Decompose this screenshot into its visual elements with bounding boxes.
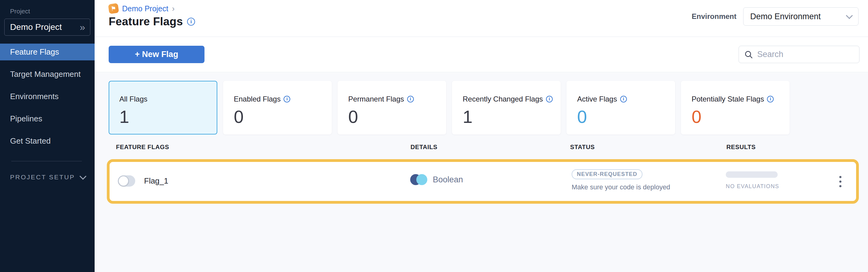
expand-projects-icon[interactable]: »	[80, 22, 85, 32]
results-label: NO EVALUATIONS	[726, 183, 778, 190]
sidebar-item-environments[interactable]: Environments	[0, 88, 95, 105]
sidebar-divider	[11, 161, 82, 161]
sidebar-item-pipelines[interactable]: Pipelines	[0, 110, 95, 127]
row-options-menu-icon[interactable]	[834, 173, 847, 190]
info-icon[interactable]: i	[546, 96, 553, 102]
info-icon[interactable]: i	[283, 96, 290, 102]
project-setup-label: PROJECT SETUP	[10, 173, 75, 181]
stat-card-recently-changed-flags[interactable]: Recently Changed Flags i 1	[452, 81, 561, 134]
breadcrumb-chevron-icon: ›	[172, 4, 175, 13]
sidebar-item-label: Pipelines	[10, 114, 42, 124]
chevron-down-icon	[80, 173, 87, 180]
flag-status-cell: NEVER-REQUESTED Make sure your code is d…	[572, 169, 670, 191]
column-header-feature-flags: Feature Flags	[116, 144, 169, 150]
project-setup-section[interactable]: PROJECT SETUP	[10, 173, 85, 181]
card-value: 1	[119, 107, 217, 127]
sidebar-item-target-management[interactable]: Target Management	[0, 66, 95, 82]
search-box[interactable]	[739, 46, 860, 63]
sidebar-item-label: Environments	[10, 92, 59, 101]
card-value: 1	[463, 107, 560, 127]
table-row-flag-1[interactable]: Flag_1 Boolean NEVER-REQUESTED Make sure…	[107, 159, 859, 204]
card-value: 0	[691, 107, 789, 127]
results-placeholder-bar	[726, 171, 778, 178]
table-header: Feature Flags Details Status Results	[95, 144, 868, 153]
search-icon	[744, 50, 753, 59]
stat-card-active-flags[interactable]: Active Flags i 0	[566, 81, 675, 134]
toolbar: + New Flag	[95, 37, 868, 72]
flag-type-cell: Boolean	[410, 174, 463, 185]
project-label: Project	[10, 8, 95, 15]
page-title: Feature Flags	[108, 15, 183, 28]
column-header-details: Details	[410, 144, 437, 150]
environment-label: Environment	[691, 12, 737, 21]
stat-card-potentially-stale-flags[interactable]: Potentially Stale Flags i 0	[681, 81, 789, 134]
stat-card-enabled-flags[interactable]: Enabled Flags i 0	[223, 81, 332, 134]
breadcrumb: ⚑ Demo Project ›	[108, 4, 175, 13]
flag-type-label: Boolean	[433, 175, 463, 184]
title-info-icon[interactable]: i	[187, 18, 195, 26]
sidebar-item-label: Feature Flags	[10, 47, 59, 57]
chevron-down-icon	[846, 12, 853, 19]
card-label: Enabled Flags	[234, 95, 280, 103]
flag-results-cell: NO EVALUATIONS	[726, 171, 778, 190]
boolean-type-icon	[410, 174, 427, 185]
card-label: Recently Changed Flags	[463, 95, 543, 103]
project-selector[interactable]: Demo Project »	[4, 19, 90, 36]
sidebar-item-get-started[interactable]: Get Started	[0, 133, 95, 149]
sidebar: Project Demo Project » Feature Flags Tar…	[0, 0, 95, 272]
project-selector-value: Demo Project	[10, 22, 62, 32]
status-badge: NEVER-REQUESTED	[572, 169, 643, 179]
sidebar-nav: Feature Flags Target Management Environm…	[0, 44, 95, 149]
card-label: All Flags	[119, 95, 147, 103]
card-value: 0	[234, 107, 331, 127]
column-header-status: Status	[570, 144, 595, 150]
card-label: Permanent Flags	[348, 95, 404, 103]
card-label: Active Flags	[577, 95, 617, 103]
feature-flags-app-icon: ⚑	[108, 3, 119, 14]
main-area: ⚑ Demo Project › Feature Flags i Environ…	[95, 0, 868, 272]
status-helper-text: Make sure your code is deployed	[572, 183, 670, 191]
info-icon[interactable]: i	[767, 96, 774, 102]
card-label: Potentially Stale Flags	[691, 95, 764, 103]
sidebar-item-label: Target Management	[10, 70, 81, 79]
sidebar-item-label: Get Started	[10, 136, 51, 146]
environment-value: Demo Environment	[750, 12, 821, 21]
content-area: All Flags 1 Enabled Flags i 0 Permanent …	[95, 73, 868, 272]
flag-toggle[interactable]	[118, 175, 135, 186]
toggle-knob	[118, 176, 129, 186]
search-input[interactable]	[757, 50, 854, 59]
info-icon[interactable]: i	[407, 96, 414, 102]
stat-card-permanent-flags[interactable]: Permanent Flags i 0	[338, 81, 446, 134]
environment-select[interactable]: Demo Environment	[743, 7, 859, 26]
card-value: 0	[348, 107, 445, 127]
card-value: 0	[577, 107, 675, 127]
flag-name[interactable]: Flag_1	[144, 176, 168, 186]
stats-cards-row: All Flags 1 Enabled Flags i 0 Permanent …	[108, 81, 789, 134]
column-header-results: Results	[726, 144, 756, 150]
breadcrumb-project-link[interactable]: Demo Project	[122, 4, 168, 13]
sidebar-item-feature-flags[interactable]: Feature Flags	[0, 44, 95, 60]
stat-card-all-flags[interactable]: All Flags 1	[108, 81, 217, 134]
info-icon[interactable]: i	[620, 96, 627, 102]
page-header: ⚑ Demo Project › Feature Flags i Environ…	[95, 0, 868, 37]
new-flag-button[interactable]: + New Flag	[108, 46, 205, 63]
